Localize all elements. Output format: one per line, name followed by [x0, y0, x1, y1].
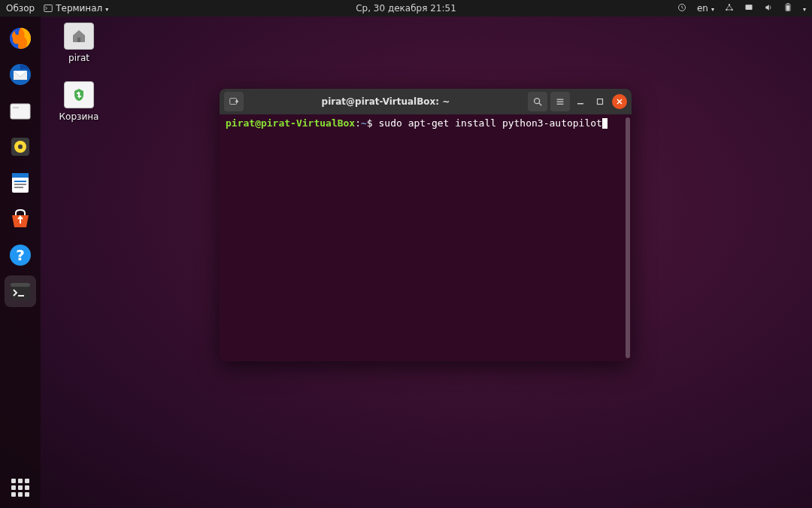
- dock-files[interactable]: [5, 95, 36, 126]
- prompt-host: pirat-VirtualBox: [261, 117, 355, 129]
- terminal-scrollbar[interactable]: [626, 117, 630, 358]
- search-icon: [532, 96, 543, 107]
- svg-rect-0: [44, 5, 53, 12]
- svg-text:?: ?: [16, 246, 25, 264]
- minimize-icon: [577, 98, 584, 105]
- search-button[interactable]: [528, 92, 547, 111]
- battery-icon[interactable]: [783, 3, 792, 14]
- svg-point-31: [535, 99, 540, 104]
- svg-rect-7: [786, 3, 789, 4]
- cursor: [602, 118, 607, 129]
- thunderbird-icon: [8, 62, 33, 87]
- svg-rect-30: [237, 99, 238, 102]
- terminal-title: pirat@pirat-VirtualBox: ~: [247, 96, 525, 107]
- dock-writer[interactable]: [5, 167, 36, 199]
- new-tab-button[interactable]: [224, 92, 244, 111]
- firefox-icon: [8, 26, 33, 51]
- dock-rhythmbox[interactable]: [5, 131, 36, 163]
- hamburger-menu-button[interactable]: [550, 92, 570, 111]
- desktop-home-folder[interactable]: pirat: [53, 23, 105, 63]
- chevron-down-icon: ▾: [105, 6, 108, 13]
- app-menu-label: Терминал: [56, 3, 102, 14]
- terminal-icon: [8, 278, 33, 304]
- svg-rect-36: [577, 103, 583, 105]
- dock: ?: [0, 17, 41, 508]
- volume-icon[interactable]: [764, 3, 773, 14]
- maximize-button[interactable]: [592, 94, 607, 109]
- writer-icon: [8, 170, 33, 196]
- prompt-user: pirat: [226, 117, 255, 129]
- svg-rect-18: [12, 173, 29, 178]
- close-icon: [616, 98, 623, 105]
- new-tab-icon: [229, 96, 239, 107]
- dock-software[interactable]: [5, 203, 36, 235]
- trash-icon: [64, 81, 94, 108]
- desktop-trash[interactable]: Корзина: [53, 81, 105, 122]
- software-icon: [8, 206, 33, 232]
- update-icon[interactable]: [677, 3, 686, 14]
- svg-point-16: [18, 144, 23, 149]
- desktop-home-label: pirat: [53, 53, 105, 63]
- desktop-trash-label: Корзина: [53, 111, 105, 122]
- terminal-body[interactable]: pirat@pirat-VirtualBox:~$ sudo apt-get i…: [220, 114, 632, 361]
- clock[interactable]: Ср, 30 декабря 21:51: [356, 3, 456, 14]
- svg-rect-20: [14, 184, 26, 185]
- terminal-window: pirat@pirat-VirtualBox: ~ pirat@pirat-Vi…: [220, 89, 632, 361]
- svg-rect-8: [786, 5, 790, 11]
- app-menu[interactable]: Терминал ▾: [44, 3, 108, 14]
- svg-rect-26: [18, 295, 24, 297]
- dock-terminal[interactable]: [5, 275, 36, 307]
- svg-rect-27: [77, 38, 80, 42]
- keyboard-layout[interactable]: en ▾: [697, 3, 714, 14]
- help-icon: ?: [8, 242, 33, 268]
- svg-rect-33: [557, 99, 564, 100]
- minimize-button[interactable]: [573, 94, 588, 109]
- files-icon: [8, 98, 33, 123]
- hamburger-icon: [555, 96, 565, 107]
- top-bar: Обзор Терминал ▾ Ср, 30 декабря 21:51 en…: [0, 0, 812, 17]
- system-menu-chevron-icon[interactable]: ▾: [803, 6, 806, 13]
- svg-rect-21: [14, 187, 23, 188]
- apps-grid-icon: [11, 479, 29, 497]
- svg-rect-25: [11, 283, 30, 287]
- terminal-indicator-icon: [44, 4, 53, 13]
- svg-rect-13: [13, 107, 19, 108]
- vm-icon[interactable]: [744, 3, 753, 14]
- svg-rect-5: [745, 5, 752, 10]
- svg-rect-37: [598, 99, 603, 105]
- svg-rect-11: [11, 104, 30, 119]
- speaker-icon: [8, 134, 33, 160]
- command-text: sudo apt-get install python3-autopilot: [379, 117, 602, 129]
- chevron-down-icon: ▾: [711, 6, 714, 13]
- svg-rect-19: [14, 181, 26, 182]
- prompt-path: ~: [361, 117, 367, 129]
- svg-rect-35: [557, 104, 564, 105]
- dock-firefox[interactable]: [5, 23, 36, 54]
- home-folder-icon: [64, 23, 94, 50]
- activities-button[interactable]: Обзор: [6, 3, 35, 14]
- show-applications[interactable]: [5, 476, 36, 508]
- dock-thunderbird[interactable]: [5, 59, 36, 90]
- terminal-titlebar[interactable]: pirat@pirat-VirtualBox: ~: [220, 89, 632, 114]
- close-button[interactable]: [612, 94, 627, 109]
- svg-rect-34: [557, 102, 564, 102]
- maximize-icon: [596, 98, 604, 105]
- dock-help[interactable]: ?: [5, 239, 36, 271]
- svg-line-32: [539, 103, 542, 106]
- network-icon[interactable]: [725, 3, 734, 14]
